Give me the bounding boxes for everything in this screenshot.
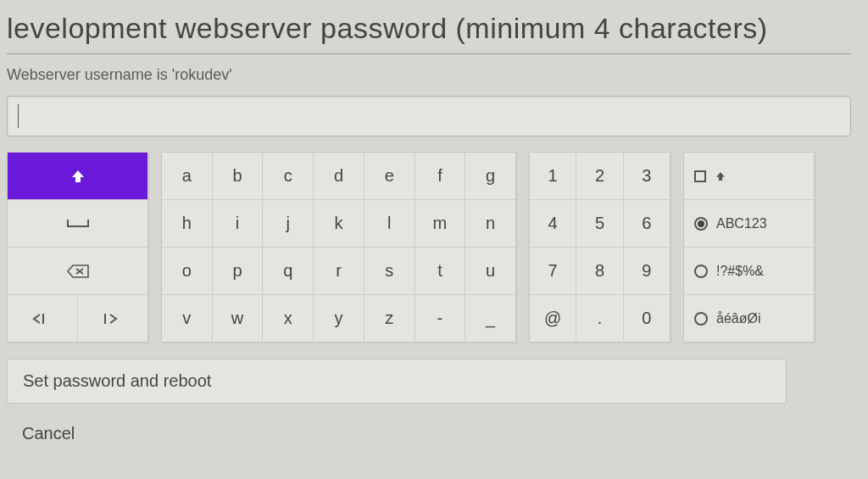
letter-keys-panel: a b c d e f g h i j k l m n o p q r s t … (161, 152, 517, 343)
page-title: levelopment webserver password (minimum … (7, 12, 851, 45)
key-d[interactable]: d (314, 153, 364, 200)
key-period[interactable]: . (576, 295, 623, 343)
mode-abc123[interactable]: ABC123 (684, 200, 815, 248)
key-7[interactable]: 7 (530, 248, 576, 295)
key-t[interactable]: t (415, 248, 466, 295)
cancel-button[interactable]: Cancel (7, 412, 787, 455)
key-i[interactable]: i (213, 200, 264, 248)
key-x[interactable]: x (263, 295, 314, 343)
key-a[interactable]: a (162, 153, 213, 200)
key-2[interactable]: 2 (576, 153, 623, 200)
key-k[interactable]: k (314, 200, 364, 248)
key-1[interactable]: 1 (530, 153, 576, 200)
arrow-up-icon (715, 170, 726, 182)
radio-icon (694, 312, 708, 326)
space-icon (8, 200, 147, 247)
divider (7, 53, 851, 54)
key-p[interactable]: p (213, 248, 264, 295)
key-4[interactable]: 4 (530, 200, 576, 248)
key-m[interactable]: m (415, 200, 466, 248)
password-input[interactable] (7, 96, 851, 136)
key-v[interactable]: v (162, 295, 213, 343)
key-j[interactable]: j (263, 200, 314, 248)
key-g[interactable]: g (465, 153, 516, 200)
key-z[interactable]: z (364, 295, 415, 343)
mode-caps[interactable] (684, 153, 815, 200)
arrow-up-icon (8, 153, 147, 199)
shift-key[interactable] (8, 153, 148, 200)
radio-icon (694, 265, 708, 278)
mode-abc-label: ABC123 (716, 216, 767, 231)
key-8[interactable]: 8 (576, 248, 623, 295)
key-o[interactable]: o (162, 248, 213, 295)
key-5[interactable]: 5 (576, 200, 623, 248)
radio-selected-icon (694, 217, 708, 231)
key-3[interactable]: 3 (624, 153, 670, 200)
key-w[interactable]: w (213, 295, 264, 343)
key-l[interactable]: l (364, 200, 415, 248)
key-u[interactable]: u (465, 248, 516, 295)
special-keys-panel (7, 152, 149, 343)
set-password-button[interactable]: Set password and reboot (7, 359, 787, 404)
key-dash[interactable]: - (415, 295, 466, 343)
backspace-key[interactable] (8, 248, 148, 295)
space-key[interactable] (8, 200, 148, 248)
action-panel: Set password and reboot Cancel (7, 359, 851, 455)
key-6[interactable]: 6 (624, 200, 670, 248)
cursor-right-icon (78, 295, 147, 342)
key-q[interactable]: q (263, 248, 314, 295)
key-0[interactable]: 0 (624, 295, 670, 343)
key-s[interactable]: s (364, 248, 415, 295)
number-keys-panel: 1 2 3 4 5 6 7 8 9 @ . 0 (529, 152, 671, 343)
svg-rect-0 (42, 314, 44, 324)
svg-rect-1 (104, 314, 106, 324)
cursor-left-key[interactable] (8, 295, 78, 343)
key-at[interactable]: @ (530, 295, 576, 343)
key-underscore[interactable]: _ (465, 295, 516, 343)
text-cursor (18, 104, 19, 128)
mode-symbols[interactable]: !?#$%& (684, 248, 815, 295)
username-hint: Webserver username is 'rokudev' (7, 66, 851, 84)
checkbox-icon (694, 170, 706, 182)
key-h[interactable]: h (162, 200, 213, 248)
key-y[interactable]: y (314, 295, 364, 343)
mode-intl-label: åéâøØi (716, 311, 760, 326)
backspace-icon (8, 248, 147, 294)
cursor-right-key[interactable] (78, 295, 148, 343)
mode-panel: ABC123 !?#$%& åéâøØi (683, 152, 815, 343)
key-f[interactable]: f (415, 153, 466, 200)
mode-international[interactable]: åéâøØi (684, 295, 815, 343)
key-9[interactable]: 9 (624, 248, 670, 295)
mode-sym-label: !?#$%& (716, 264, 764, 279)
key-e[interactable]: e (364, 153, 415, 200)
key-b[interactable]: b (213, 153, 264, 200)
key-c[interactable]: c (263, 153, 314, 200)
key-n[interactable]: n (465, 200, 516, 248)
onscreen-keyboard: a b c d e f g h i j k l m n o p q r s t … (7, 152, 851, 343)
key-r[interactable]: r (314, 248, 364, 295)
cursor-left-icon (8, 295, 77, 342)
